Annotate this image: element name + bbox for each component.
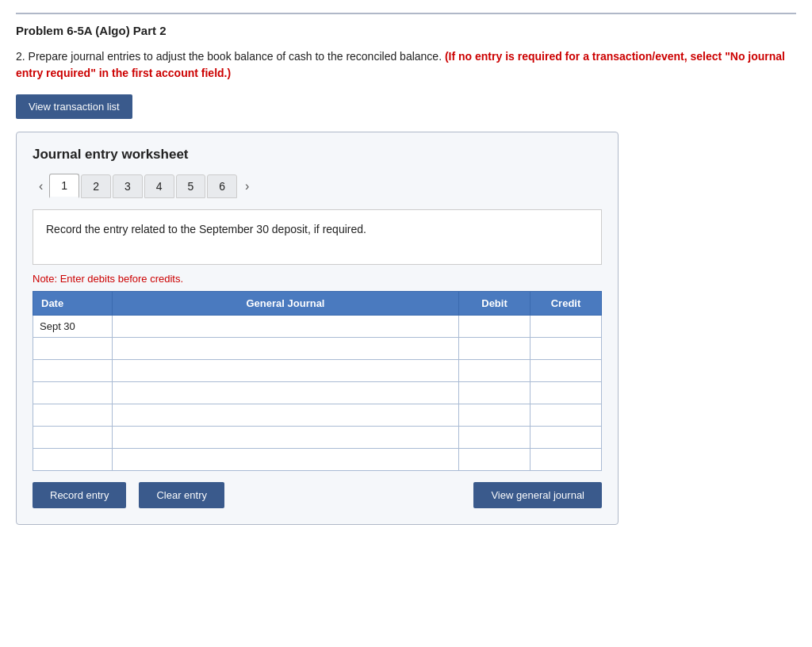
credit-cell[interactable] [530,427,602,449]
credit-input[interactable] [530,382,601,404]
clear-entry-button[interactable]: Clear entry [139,482,224,508]
tab-2[interactable]: 2 [81,174,111,198]
journal-input[interactable] [113,316,458,337]
journal-input[interactable] [113,338,458,359]
journal-input[interactable] [113,382,458,404]
credit-cell[interactable] [530,316,602,338]
date-cell: Sept 30 [33,316,113,338]
col-header-journal: General Journal [113,292,459,316]
col-header-credit: Credit [530,292,602,316]
journal-cell[interactable] [113,316,459,338]
date-cell [33,360,113,382]
journal-cell[interactable] [113,338,459,360]
date-cell [33,404,113,427]
credit-cell[interactable] [530,404,602,427]
credit-input[interactable] [530,360,601,381]
tab-6[interactable]: 6 [207,174,237,198]
debit-cell[interactable] [459,427,530,449]
credit-input[interactable] [530,316,601,337]
tab-next-arrow[interactable]: › [239,176,255,197]
debit-input[interactable] [459,404,530,426]
journal-input[interactable] [113,449,458,470]
date-cell [33,427,113,449]
credit-input[interactable] [530,404,601,426]
tab-1[interactable]: 1 [49,174,79,198]
credit-input[interactable] [530,427,601,448]
table-row [33,404,602,427]
credit-input[interactable] [530,449,601,470]
credit-cell[interactable] [530,449,602,471]
col-header-date: Date [33,292,113,316]
tab-5[interactable]: 5 [176,174,206,198]
table-row [33,427,602,449]
view-transaction-button[interactable]: View transaction list [16,94,132,119]
entry-description: Record the entry related to the Septembe… [33,209,602,265]
tab-navigation: ‹ 1 2 3 4 5 6 › [33,174,602,198]
tab-3[interactable]: 3 [113,174,143,198]
entry-note: Note: Enter debits before credits. [33,273,602,285]
debit-input[interactable] [459,427,530,448]
debit-cell[interactable] [459,449,530,471]
journal-entry-worksheet: Journal entry worksheet ‹ 1 2 3 4 5 6 › … [16,132,619,525]
journal-input[interactable] [113,427,458,448]
date-cell [33,449,113,471]
debit-cell[interactable] [459,316,530,338]
problem-title: Problem 6-5A (Algo) Part 2 [16,24,796,37]
table-row [33,382,602,404]
credit-cell[interactable] [530,360,602,382]
instruction-text: Prepare journal entries to adjust the bo… [29,50,442,63]
journal-entry-table: Date General Journal Debit Credit Sept 3… [33,291,602,471]
table-row: Sept 30 [33,316,602,338]
journal-input[interactable] [113,404,458,426]
instruction-block: 2. Prepare journal entries to adjust the… [16,48,796,82]
debit-input[interactable] [459,360,530,381]
worksheet-title: Journal entry worksheet [33,147,602,163]
table-row [33,449,602,471]
debit-input[interactable] [459,449,530,470]
date-cell [33,382,113,404]
debit-cell[interactable] [459,360,530,382]
table-row [33,338,602,360]
debit-cell[interactable] [459,404,530,427]
tab-4[interactable]: 4 [144,174,174,198]
debit-input[interactable] [459,338,530,359]
table-row [33,360,602,382]
debit-input[interactable] [459,382,530,404]
credit-cell[interactable] [530,382,602,404]
tab-prev-arrow[interactable]: ‹ [33,176,49,197]
debit-cell[interactable] [459,338,530,360]
journal-cell[interactable] [113,360,459,382]
view-general-journal-button[interactable]: View general journal [473,482,602,508]
journal-cell[interactable] [113,449,459,471]
credit-input[interactable] [530,338,601,359]
instruction-number: 2. [16,50,25,63]
credit-cell[interactable] [530,338,602,360]
col-header-debit: Debit [459,292,530,316]
journal-cell[interactable] [113,427,459,449]
journal-cell[interactable] [113,382,459,404]
record-entry-button[interactable]: Record entry [33,482,126,508]
debit-cell[interactable] [459,382,530,404]
journal-input[interactable] [113,360,458,381]
date-cell [33,338,113,360]
action-buttons: Record entry Clear entry View general jo… [33,482,602,508]
journal-cell[interactable] [113,404,459,427]
debit-input[interactable] [459,316,530,337]
